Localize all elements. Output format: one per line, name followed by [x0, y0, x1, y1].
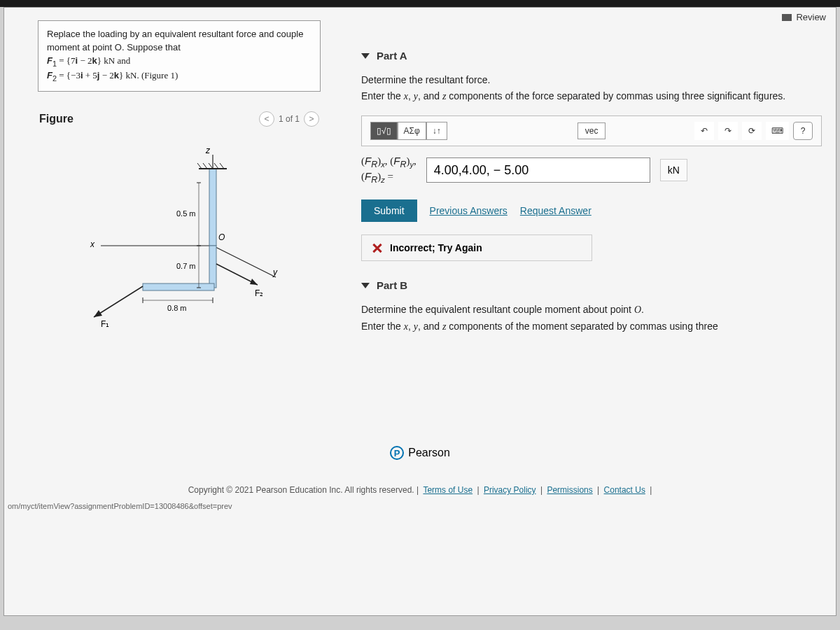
footer: Copyright © 2021 Pearson Education Inc. …: [4, 464, 836, 499]
keyboard-button[interactable]: ⌨: [766, 122, 789, 140]
reset-button[interactable]: ⟳: [742, 122, 762, 140]
footer-link-permissions[interactable]: Permissions: [547, 485, 592, 495]
answer-row: (FR)x, (FR)y, (FR)z = kN: [361, 155, 822, 186]
origin-label: O: [218, 232, 225, 242]
templates-button[interactable]: ▯√▯: [370, 122, 398, 140]
pearson-brand: P Pearson: [4, 442, 836, 464]
dim-08: 0.8 m: [167, 304, 187, 312]
footer-link-terms[interactable]: Terms of Use: [423, 485, 472, 495]
feedback-box: Incorrect; Try Again: [361, 234, 592, 261]
svg-line-1: [213, 246, 276, 277]
updown-button[interactable]: ↓↑: [426, 122, 447, 140]
problem-line3: F2 = {−3i + 5j − 2k} kN. (Figure 1): [47, 70, 178, 80]
svg-line-24: [220, 163, 224, 169]
part-a-determine: Determine the resultant force.: [361, 74, 822, 85]
answer-toolbar: ▯√▯ ΑΣφ ↓↑ vec ↶ ↷ ⟳ ⌨ ?: [361, 115, 822, 146]
svg-rect-5: [209, 246, 216, 288]
problem-line2: F1 = {7i − 2k} kN and: [47, 55, 130, 66]
figure-page-label: 1 of 1: [279, 114, 300, 124]
part-b-instruction: Enter the x, y, and z components of the …: [361, 320, 822, 333]
dim-07: 0.7 m: [176, 262, 196, 270]
answer-unit: kN: [660, 159, 687, 181]
left-column: Replace the loading by an equivalent res…: [4, 8, 333, 442]
answer-input[interactable]: [426, 158, 650, 183]
status-url: om/myct/itemView?assignmentProblemID=130…: [4, 499, 836, 510]
svg-line-20: [197, 163, 202, 169]
svg-line-17: [94, 286, 143, 317]
figure-title: Figure: [39, 113, 74, 125]
feedback-text: Incorrect; Try Again: [390, 242, 482, 253]
submit-row: Submit Previous Answers Request Answer: [361, 200, 822, 222]
axis-x-label: x: [90, 239, 95, 249]
dim-05: 0.5 m: [176, 209, 196, 218]
footer-link-contact[interactable]: Contact Us: [604, 485, 645, 495]
submit-button[interactable]: Submit: [361, 200, 417, 222]
request-answer-link[interactable]: Request Answer: [520, 205, 592, 216]
pearson-icon: P: [390, 446, 404, 460]
problem-statement: Replace the loading by an equivalent res…: [38, 20, 321, 92]
collapse-icon: [361, 53, 370, 59]
copyright-text: Copyright © 2021 Pearson Education Inc. …: [188, 485, 414, 495]
part-a-header[interactable]: Part A: [361, 50, 822, 62]
browser-tabbar: [0, 0, 840, 7]
incorrect-icon: [372, 242, 383, 253]
part-b-header[interactable]: Part B: [361, 279, 822, 291]
part-b-title: Part B: [377, 279, 407, 291]
right-column: Part A Determine the resultant force. En…: [333, 8, 836, 442]
previous-answers-link[interactable]: Previous Answers: [430, 205, 507, 216]
force-f2-label: F₂: [255, 288, 263, 298]
svg-marker-16: [250, 279, 258, 285]
svg-marker-18: [94, 310, 102, 317]
part-b-determine: Determine the equivalent resultant coupl…: [361, 304, 822, 316]
collapse-icon: [361, 283, 370, 288]
svg-rect-6: [143, 284, 214, 290]
vec-button[interactable]: vec: [578, 122, 606, 139]
figure-pager: < 1 of 1 >: [259, 111, 319, 127]
figure-next-button[interactable]: >: [304, 111, 319, 127]
svg-rect-4: [209, 169, 216, 246]
redo-button[interactable]: ↷: [718, 122, 738, 140]
figure-diagram: z y x O: [38, 134, 321, 346]
symbols-button[interactable]: ΑΣφ: [398, 122, 426, 140]
axis-y-label: y: [272, 267, 278, 277]
answer-variable-label: (FR)x, (FR)y, (FR)z =: [361, 155, 416, 186]
problem-line1: Replace the loading by an equivalent res…: [47, 29, 303, 52]
svg-line-23: [214, 163, 218, 169]
page-container: Review Replace the loading by an equival…: [4, 7, 836, 616]
svg-line-21: [203, 163, 207, 169]
pearson-label: Pearson: [408, 447, 450, 459]
figure-prev-button[interactable]: <: [259, 111, 274, 127]
figure-header: Figure < 1 of 1 >: [38, 107, 321, 134]
help-button[interactable]: ?: [793, 122, 813, 140]
part-a-title: Part A: [377, 50, 407, 62]
part-a-instruction: Enter the x, y, and z components of the …: [361, 90, 822, 103]
force-f1-label: F₁: [101, 319, 109, 329]
undo-button[interactable]: ↶: [694, 122, 714, 140]
svg-line-22: [209, 163, 213, 169]
footer-link-privacy[interactable]: Privacy Policy: [484, 485, 536, 495]
axis-z-label: z: [205, 146, 211, 155]
